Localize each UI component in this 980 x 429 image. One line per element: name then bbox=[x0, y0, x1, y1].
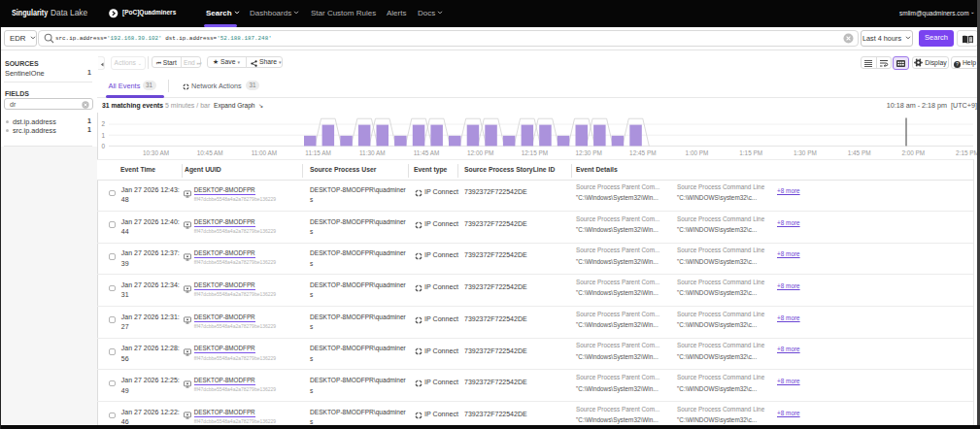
svg-text:1:15 PM: 1:15 PM bbox=[739, 149, 762, 156]
svg-text:2:00 PM: 2:00 PM bbox=[901, 149, 925, 156]
svg-text:2: 2 bbox=[101, 120, 105, 127]
svg-text:1:30 PM: 1:30 PM bbox=[794, 149, 817, 156]
svg-text:1:00 PM: 1:00 PM bbox=[686, 149, 709, 156]
svg-text:12:15 PM: 12:15 PM bbox=[522, 149, 548, 156]
svg-text:11:45 AM: 11:45 AM bbox=[414, 149, 440, 156]
svg-text:12:45 PM: 12:45 PM bbox=[629, 149, 656, 156]
svg-text:12:30 PM: 12:30 PM bbox=[575, 149, 601, 156]
svg-text:1: 1 bbox=[101, 132, 105, 139]
svg-text:2:15 PM: 2:15 PM bbox=[956, 149, 979, 156]
svg-text:10:30 AM: 10:30 AM bbox=[143, 149, 169, 156]
svg-text:11:00 AM: 11:00 AM bbox=[252, 149, 278, 156]
svg-text:11:30 AM: 11:30 AM bbox=[359, 149, 386, 156]
svg-text:10:45 AM: 10:45 AM bbox=[197, 149, 223, 156]
svg-text:1:45 PM: 1:45 PM bbox=[848, 149, 871, 156]
svg-text:0: 0 bbox=[101, 143, 105, 149]
svg-text:12:00 PM: 12:00 PM bbox=[467, 149, 493, 156]
svg-text:11:15 AM: 11:15 AM bbox=[305, 149, 331, 156]
